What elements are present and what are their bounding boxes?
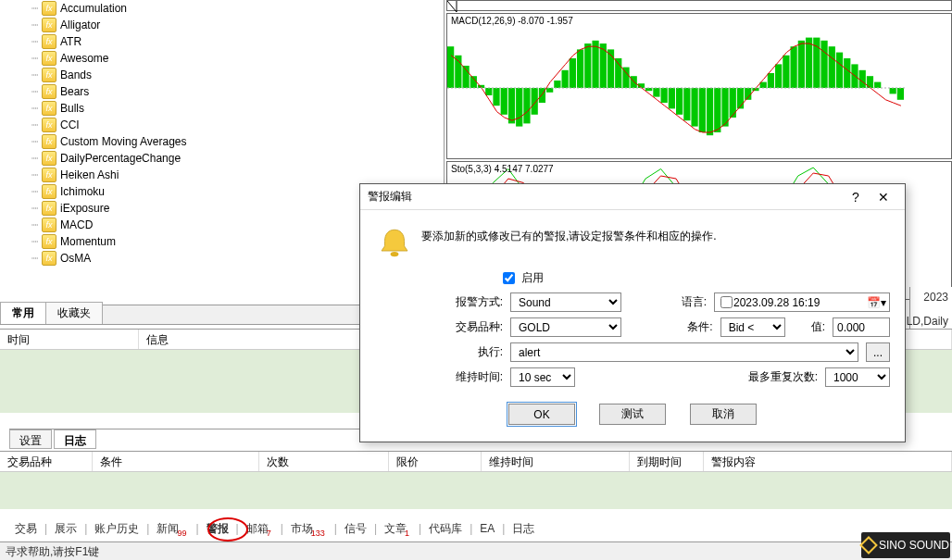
enable-checkbox[interactable]: 启用 (499, 269, 544, 287)
terminal-header: 交易品种 条件 次数 限价 维持时间 到期时间 警报内容 (0, 452, 952, 472)
tree-item-label: ATR (60, 35, 81, 48)
repeat-label: 最多重复次数: (748, 369, 818, 385)
hold-select[interactable]: 10 sec (510, 367, 575, 387)
tab-favorites[interactable]: 收藏夹 (45, 302, 103, 324)
tab-news[interactable]: 新闻99 (151, 518, 194, 540)
svg-rect-3 (455, 56, 461, 88)
tree-dash-icon: ┈ (31, 35, 38, 48)
tree-item[interactable]: ┈fxAwesome (0, 50, 444, 67)
svg-rect-54 (844, 58, 850, 88)
tab-article[interactable]: 文章1 (379, 518, 417, 540)
tree-dash-icon: ┈ (31, 52, 38, 65)
svg-rect-12 (523, 88, 530, 123)
method-select[interactable]: Sound (510, 292, 621, 312)
tab-common[interactable]: 常用 (0, 302, 46, 324)
language-input[interactable] (714, 292, 890, 312)
col-content[interactable]: 警报内容 (704, 452, 952, 471)
tree-item-label: MACD (60, 218, 93, 231)
tree-item[interactable]: ┈fxAccumulation (0, 0, 444, 17)
tree-item[interactable]: ┈fxBears (0, 83, 444, 100)
tree-item-label: Custom Moving Averages (60, 135, 187, 148)
tab-trade[interactable]: 交易 (9, 518, 43, 540)
col-symbol[interactable]: 交易品种 (0, 452, 93, 471)
svg-rect-24 (615, 58, 621, 88)
tree-item[interactable]: ┈fxCCI (0, 117, 444, 133)
tree-item[interactable]: ┈fxBands (0, 67, 444, 83)
indicator-icon: fx (42, 168, 56, 182)
tab-mail[interactable]: 邮箱7 (241, 518, 279, 540)
svg-rect-18 (570, 58, 576, 88)
indicator-icon: fx (42, 251, 56, 266)
svg-rect-61 (897, 88, 904, 100)
svg-rect-17 (562, 70, 569, 88)
svg-rect-20 (584, 44, 591, 88)
test-button[interactable]: 测试 (599, 404, 666, 425)
calendar-icon[interactable]: 📅▾ (867, 296, 886, 309)
svg-rect-58 (874, 82, 881, 88)
terminal-body[interactable] (0, 472, 952, 509)
tree-item[interactable]: ┈fxCustom Moving Averages (0, 133, 444, 150)
col-limit[interactable]: 限价 (389, 452, 482, 471)
tab-ea[interactable]: EA (474, 519, 500, 538)
indicator-icon: fx (42, 184, 56, 199)
dialog-titlebar[interactable]: 警报编辑 ? ✕ (360, 184, 905, 210)
indicator-icon: fx (42, 201, 56, 216)
col-hold[interactable]: 维持时间 (482, 452, 630, 471)
value-label: 值: (811, 319, 825, 335)
tab-settings[interactable]: 设置 (9, 429, 52, 449)
tab-show[interactable]: 展示 (49, 518, 82, 540)
svg-rect-29 (653, 88, 659, 97)
tree-item[interactable]: ┈fxAlligator (0, 17, 444, 33)
indicator-icon: fx (42, 51, 56, 66)
tree-item[interactable]: ┈fxDailyPercentageChange (0, 150, 444, 167)
tree-dash-icon: ┈ (31, 85, 38, 98)
col-count[interactable]: 次数 (259, 452, 389, 471)
tab-codebase[interactable]: 代码库 (423, 518, 468, 540)
col-expire[interactable]: 到期时间 (630, 452, 704, 471)
tab-signal[interactable]: 信号 (339, 518, 372, 540)
tab-market[interactable]: 市场133 (285, 518, 332, 540)
svg-rect-2 (447, 46, 454, 88)
svg-rect-36 (707, 88, 713, 135)
tree-dash-icon: ┈ (31, 118, 38, 131)
tab-alert[interactable]: 警报 (201, 518, 234, 540)
svg-rect-39 (730, 88, 736, 118)
col-condition[interactable]: 条件 (93, 452, 259, 471)
help-icon[interactable]: ? (842, 190, 870, 205)
tree-dash-icon: ┈ (31, 168, 38, 181)
indicator-icon: fx (42, 18, 56, 32)
close-icon[interactable]: ✕ (870, 190, 897, 205)
tree-dash-icon: ┈ (31, 185, 38, 198)
tab-log[interactable]: 日志 (507, 518, 540, 540)
tree-item-label: Alligator (60, 19, 100, 31)
tree-item[interactable]: ┈fxHeiken Ashi (0, 167, 444, 183)
col-time[interactable]: 时间 (0, 330, 139, 349)
tree-item[interactable]: ┈fxBulls (0, 100, 444, 117)
language-check[interactable] (720, 296, 733, 308)
svg-rect-33 (683, 88, 690, 120)
tab-journal[interactable]: 日志 (54, 429, 96, 449)
tab-history[interactable]: 账户历史 (89, 518, 144, 540)
value-input[interactable] (833, 317, 890, 337)
svg-rect-53 (836, 53, 843, 88)
symbol-label: 交易品种: (438, 319, 503, 335)
tree-item[interactable]: ┈fxATR (0, 33, 444, 50)
browse-button[interactable]: ... (866, 342, 890, 362)
symbol-select[interactable]: GOLD (510, 317, 621, 337)
exec-label: 执行: (438, 344, 503, 360)
ok-button[interactable]: OK (508, 404, 575, 425)
svg-rect-10 (508, 88, 515, 123)
cancel-button[interactable]: 取消 (690, 404, 757, 425)
exec-select[interactable]: alert (510, 342, 858, 362)
svg-rect-16 (554, 81, 560, 88)
macd-chart[interactable]: MACD(12,26,9) -8.070 -1.957 (446, 13, 952, 159)
tree-dash-icon: ┈ (31, 235, 38, 248)
svg-rect-60 (890, 88, 896, 93)
condition-select[interactable]: Bid < (720, 317, 785, 337)
tree-item-label: Heiken Ashi (60, 168, 119, 181)
repeat-select[interactable]: 1000 (825, 367, 890, 387)
tree-item-label: DailyPercentageChange (60, 152, 181, 165)
tree-dash-icon: ┈ (31, 68, 38, 81)
svg-rect-13 (532, 88, 538, 115)
svg-rect-7 (485, 88, 492, 95)
